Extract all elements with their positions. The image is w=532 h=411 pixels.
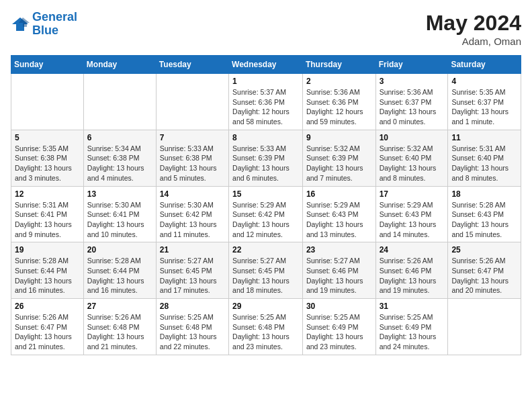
day-number: 5 [15,133,80,142]
day-detail: Sunrise: 5:26 AM Sunset: 6:47 PM Dayligh… [451,256,517,295]
calendar-cell: 10Sunrise: 5:32 AM Sunset: 6:40 PM Dayli… [375,130,448,186]
day-detail: Sunrise: 5:36 AM Sunset: 6:36 PM Dayligh… [306,87,372,127]
day-detail: Sunrise: 5:30 AM Sunset: 6:42 PM Dayligh… [160,200,225,240]
logo-icon [11,15,30,34]
calendar-cell: 24Sunrise: 5:26 AM Sunset: 6:46 PM Dayli… [375,242,448,299]
day-detail: Sunrise: 5:29 AM Sunset: 6:43 PM Dayligh… [306,200,372,240]
calendar-week-row: 12Sunrise: 5:31 AM Sunset: 6:41 PM Dayli… [11,186,521,242]
day-detail: Sunrise: 5:26 AM Sunset: 6:47 PM Dayligh… [15,312,80,352]
day-number: 27 [87,302,152,311]
day-number: 6 [87,133,152,142]
calendar-cell [156,74,228,130]
calendar-cell: 7Sunrise: 5:33 AM Sunset: 6:38 PM Daylig… [156,130,228,186]
day-number: 11 [451,133,517,142]
calendar-cell: 5Sunrise: 5:35 AM Sunset: 6:38 PM Daylig… [11,130,84,186]
calendar-cell: 1Sunrise: 5:37 AM Sunset: 6:36 PM Daylig… [229,74,303,130]
day-number: 31 [380,302,445,311]
calendar-week-row: 26Sunrise: 5:26 AM Sunset: 6:47 PM Dayli… [11,299,521,355]
calendar-cell: 29Sunrise: 5:25 AM Sunset: 6:48 PM Dayli… [229,299,303,355]
day-detail: Sunrise: 5:27 AM Sunset: 6:45 PM Dayligh… [232,256,299,295]
calendar-cell: 14Sunrise: 5:30 AM Sunset: 6:42 PM Dayli… [156,186,228,242]
calendar-cell: 27Sunrise: 5:26 AM Sunset: 6:48 PM Dayli… [83,299,156,355]
calendar-cell: 18Sunrise: 5:28 AM Sunset: 6:43 PM Dayli… [448,186,521,242]
day-detail: Sunrise: 5:33 AM Sunset: 6:38 PM Dayligh… [160,144,225,183]
day-number: 3 [380,77,445,86]
day-detail: Sunrise: 5:30 AM Sunset: 6:41 PM Dayligh… [87,200,152,240]
day-number: 30 [306,302,372,311]
day-number: 15 [232,189,299,199]
day-number: 14 [160,189,225,199]
month-year: May 2024 [426,11,521,36]
day-number: 12 [15,189,80,199]
day-detail: Sunrise: 5:25 AM Sunset: 6:48 PM Dayligh… [232,312,299,352]
calendar-cell [448,299,521,355]
day-number: 24 [380,245,445,255]
day-number: 21 [160,245,225,255]
weekday-header-cell: Thursday [302,56,375,74]
day-number: 2 [306,77,372,86]
day-detail: Sunrise: 5:28 AM Sunset: 6:43 PM Dayligh… [451,200,517,240]
calendar-cell: 21Sunrise: 5:27 AM Sunset: 6:45 PM Dayli… [156,242,228,299]
day-number: 7 [160,133,225,142]
day-number: 17 [380,189,445,199]
location: Adam, Oman [426,36,521,47]
day-number: 8 [232,133,299,142]
page-header: General Blue May 2024 Adam, Oman [11,11,521,47]
day-detail: Sunrise: 5:26 AM Sunset: 6:46 PM Dayligh… [380,256,445,295]
day-number: 16 [306,189,372,199]
calendar-cell: 20Sunrise: 5:28 AM Sunset: 6:44 PM Dayli… [83,242,156,299]
calendar-cell: 2Sunrise: 5:36 AM Sunset: 6:36 PM Daylig… [302,74,375,130]
calendar-cell: 31Sunrise: 5:25 AM Sunset: 6:49 PM Dayli… [375,299,448,355]
calendar-cell: 9Sunrise: 5:32 AM Sunset: 6:39 PM Daylig… [302,130,375,186]
day-number: 9 [306,133,372,142]
logo-line2: Blue [32,24,58,37]
weekday-header-cell: Friday [375,56,448,74]
calendar-cell: 6Sunrise: 5:34 AM Sunset: 6:38 PM Daylig… [83,130,156,186]
day-detail: Sunrise: 5:27 AM Sunset: 6:46 PM Dayligh… [306,256,372,295]
calendar-week-row: 19Sunrise: 5:28 AM Sunset: 6:44 PM Dayli… [11,242,521,299]
calendar-cell: 13Sunrise: 5:30 AM Sunset: 6:41 PM Dayli… [83,186,156,242]
calendar-cell: 15Sunrise: 5:29 AM Sunset: 6:42 PM Dayli… [229,186,303,242]
title-block: May 2024 Adam, Oman [426,11,521,47]
day-detail: Sunrise: 5:31 AM Sunset: 6:41 PM Dayligh… [15,200,80,240]
calendar-cell [83,74,156,130]
day-detail: Sunrise: 5:25 AM Sunset: 6:49 PM Dayligh… [380,312,445,352]
day-detail: Sunrise: 5:25 AM Sunset: 6:49 PM Dayligh… [306,312,372,352]
day-number: 13 [87,189,152,199]
day-number: 18 [451,189,517,199]
day-detail: Sunrise: 5:29 AM Sunset: 6:42 PM Dayligh… [232,200,299,240]
day-detail: Sunrise: 5:33 AM Sunset: 6:39 PM Dayligh… [232,144,299,183]
weekday-header-cell: Saturday [448,56,521,74]
day-number: 28 [160,302,225,311]
day-number: 22 [232,245,299,255]
day-detail: Sunrise: 5:35 AM Sunset: 6:38 PM Dayligh… [15,144,80,183]
day-detail: Sunrise: 5:27 AM Sunset: 6:45 PM Dayligh… [160,256,225,295]
day-detail: Sunrise: 5:29 AM Sunset: 6:43 PM Dayligh… [380,200,445,240]
day-detail: Sunrise: 5:28 AM Sunset: 6:44 PM Dayligh… [15,256,80,295]
logo: General Blue [11,11,77,38]
logo-line1: General [32,10,77,24]
day-number: 10 [380,133,445,142]
calendar-table: SundayMondayTuesdayWednesdayThursdayFrid… [11,55,521,355]
calendar-cell: 17Sunrise: 5:29 AM Sunset: 6:43 PM Dayli… [375,186,448,242]
day-number: 23 [306,245,372,255]
day-number: 25 [451,245,517,255]
calendar-cell: 30Sunrise: 5:25 AM Sunset: 6:49 PM Dayli… [302,299,375,355]
calendar-cell: 28Sunrise: 5:25 AM Sunset: 6:48 PM Dayli… [156,299,228,355]
weekday-header-cell: Monday [83,56,156,74]
calendar-cell: 8Sunrise: 5:33 AM Sunset: 6:39 PM Daylig… [229,130,303,186]
weekday-header-row: SundayMondayTuesdayWednesdayThursdayFrid… [11,56,521,74]
calendar-cell: 25Sunrise: 5:26 AM Sunset: 6:47 PM Dayli… [448,242,521,299]
calendar-cell: 26Sunrise: 5:26 AM Sunset: 6:47 PM Dayli… [11,299,84,355]
calendar-cell: 16Sunrise: 5:29 AM Sunset: 6:43 PM Dayli… [302,186,375,242]
calendar-body: 1Sunrise: 5:37 AM Sunset: 6:36 PM Daylig… [11,74,521,355]
calendar-cell: 19Sunrise: 5:28 AM Sunset: 6:44 PM Dayli… [11,242,84,299]
calendar-cell: 12Sunrise: 5:31 AM Sunset: 6:41 PM Dayli… [11,186,84,242]
weekday-header-cell: Sunday [11,56,84,74]
day-detail: Sunrise: 5:28 AM Sunset: 6:44 PM Dayligh… [87,256,152,295]
calendar-cell: 23Sunrise: 5:27 AM Sunset: 6:46 PM Dayli… [302,242,375,299]
day-detail: Sunrise: 5:32 AM Sunset: 6:39 PM Dayligh… [306,144,372,183]
day-detail: Sunrise: 5:31 AM Sunset: 6:40 PM Dayligh… [451,144,517,183]
logo-text: General Blue [32,11,77,38]
day-number: 29 [232,302,299,311]
